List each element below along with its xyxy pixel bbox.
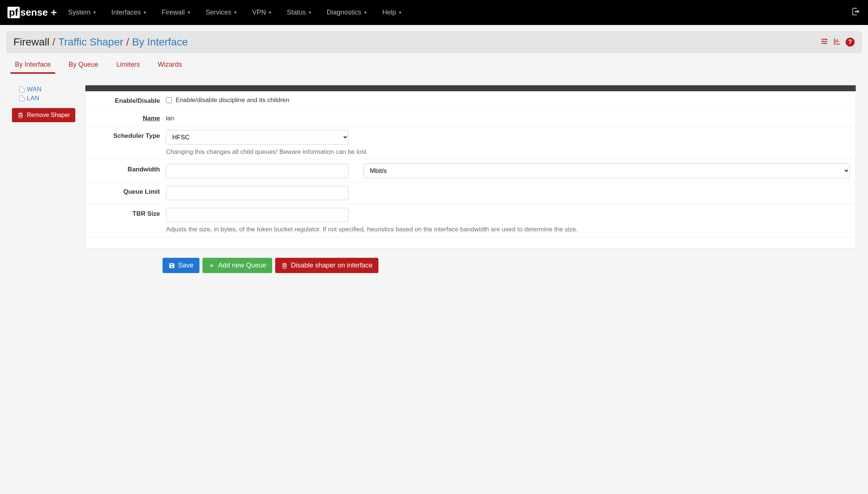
label-name: Name [91,113,166,122]
label-bandwidth: Bandwidth [91,164,166,173]
breadcrumb-actions: ? [820,37,855,47]
panel-footer-spacer [85,237,856,248]
label-tbr: TBR Size [91,208,166,218]
tab-by-interface[interactable]: By Interface [15,61,51,74]
logo-text: sense [21,7,48,18]
chevron-down-icon: ▼ [398,10,402,15]
svg-point-1 [823,41,824,42]
breadcrumb-by-interface[interactable]: By Interface [132,36,188,48]
logo[interactable]: pfsense+ [7,7,57,19]
nav-vpn[interactable]: VPN▼ [252,9,272,16]
nav-interfaces[interactable]: Interfaces▼ [111,9,147,16]
top-navbar: pfsense+ System▼ Interfaces▼ Firewall▼ S… [0,0,868,25]
label-queue-limit: Queue Limit [91,186,166,196]
scheduler-help: Changing this changes all child queues! … [166,148,850,156]
nav-help[interactable]: Help▼ [382,9,402,16]
breadcrumb-separator: / [126,36,129,48]
help-icon[interactable]: ? [846,38,855,47]
name-value: lan [166,113,850,122]
document-icon [19,95,25,101]
row-name: Name lan [85,109,856,126]
chevron-down-icon: ▼ [233,10,237,15]
row-enable: Enable/Disable Enable/disable discipline… [85,91,856,109]
chevron-down-icon: ▼ [93,10,97,15]
panel-header [85,85,856,91]
breadcrumb-root: Firewall [13,36,49,48]
breadcrumb-bar: Firewall / Traffic Shaper / By Interface… [6,31,862,53]
logo-box: pf [7,7,20,18]
form-panel: Enable/Disable Enable/disable discipline… [85,85,856,249]
svg-point-0 [825,38,827,40]
plus-icon [208,262,215,269]
label-scheduler: Scheduler Type [91,130,166,140]
add-queue-button[interactable]: Add new Queue [202,258,272,273]
enable-checkbox-label: Enable/disable discipline and its childr… [176,96,289,104]
chevron-down-icon: ▼ [308,10,312,15]
enable-checkbox-wrap[interactable]: Enable/disable discipline and its childr… [166,95,850,104]
chevron-down-icon: ▼ [143,10,147,15]
tabs: By Interface By Queue Limiters Wizards [6,53,862,74]
nav-system[interactable]: System▼ [68,9,97,16]
save-icon [169,262,175,269]
tbr-input[interactable] [166,208,349,222]
tab-limiters[interactable]: Limiters [116,61,140,74]
settings-icon[interactable] [820,37,828,47]
breadcrumb: Firewall / Traffic Shaper / By Interface [13,36,188,48]
chevron-down-icon: ▼ [187,10,191,15]
label-enable: Enable/Disable [91,95,166,105]
disable-shaper-button[interactable]: Disable shaper on interface [275,258,378,273]
nav-services[interactable]: Services▼ [205,9,237,16]
row-queue-limit: Queue Limit [85,182,856,204]
breadcrumb-traffic-shaper[interactable]: Traffic Shaper [58,36,123,48]
tree-item-label: WAN [27,86,41,93]
nav-diagnostics[interactable]: Diagnostics▼ [327,9,367,16]
document-icon [19,86,25,92]
trash-icon [281,262,288,269]
nav-menu: System▼ Interfaces▼ Firewall▼ Services▼ … [68,9,852,16]
row-tbr: TBR Size Adjusts the size, in bytes, of … [85,204,856,237]
tree-item-lan[interactable]: LAN [19,94,79,103]
bandwidth-unit-select[interactable]: Mbit/s [364,164,850,178]
scheduler-select[interactable]: HFSC [166,130,349,145]
row-scheduler: Scheduler Type HFSC Changing this change… [85,126,856,160]
tbr-help: Adjusts the size, in bytes, of the token… [166,226,850,233]
nav-status[interactable]: Status▼ [287,9,312,16]
enable-checkbox[interactable] [166,97,172,103]
tree-item-label: LAN [27,95,39,102]
svg-point-2 [824,42,826,44]
interface-tree: WAN LAN [12,85,79,103]
chevron-down-icon: ▼ [364,10,367,15]
save-button[interactable]: Save [163,258,199,273]
remove-shaper-button[interactable]: Remove Shaper [12,108,75,122]
chart-icon[interactable] [833,37,841,47]
row-bandwidth: Bandwidth Mbit/s [85,160,856,182]
tab-by-queue[interactable]: By Queue [69,61,98,74]
trash-icon [17,112,24,118]
chevron-down-icon: ▼ [268,10,272,15]
nav-firewall[interactable]: Firewall▼ [162,9,191,16]
logo-plus-icon: + [51,7,57,19]
action-buttons: Save Add new Queue Disable shaper on int… [6,249,862,282]
bandwidth-input[interactable] [166,164,349,178]
breadcrumb-separator: / [52,36,55,48]
logout-icon[interactable] [852,7,861,18]
tab-wizards[interactable]: Wizards [158,61,182,74]
queue-limit-input[interactable] [166,186,349,200]
sidebar: WAN LAN Remove Shaper [12,85,79,249]
tree-item-wan[interactable]: WAN [19,85,79,94]
